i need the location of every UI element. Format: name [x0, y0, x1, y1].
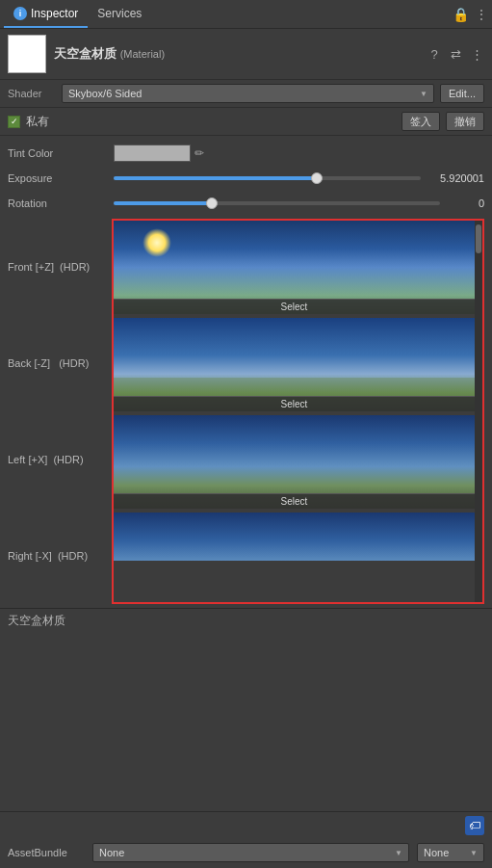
tex-label-right: Right [-X] (HDR) — [8, 508, 112, 604]
help-icon[interactable]: ? — [427, 46, 442, 62]
tex-label-back-text: Back [-Z] (HDR) — [8, 357, 112, 369]
texture-thumb-front: Select — [114, 221, 475, 314]
tag-icon[interactable]: 🏷 — [465, 816, 484, 835]
select-front-button[interactable]: Select — [114, 299, 475, 314]
sky-right-img — [114, 513, 475, 561]
rotation-thumb[interactable] — [206, 197, 218, 209]
select-left-button[interactable]: Select — [114, 493, 475, 509]
assetbundle-main-arrow: ▼ — [395, 849, 402, 857]
assetbundle-main-value: None — [99, 847, 124, 858]
main-properties: Tint Color ✏ Exposure 5.920001 Rotation … — [0, 136, 492, 213]
exposure-slider[interactable] — [114, 176, 421, 180]
tex-label-left-text: Left [+X] (HDR) — [8, 454, 112, 465]
shader-dropdown[interactable]: Skybox/6 Sided ▼ — [62, 84, 434, 103]
rotation-slider[interactable] — [114, 201, 440, 205]
texture-thumb-left: Select — [114, 415, 475, 509]
tab-services[interactable]: Services — [88, 0, 151, 28]
bottom-panel: 🏷 AssetBundle None ▼ None ▼ — [0, 811, 492, 868]
private-checkbox[interactable]: ✓ — [8, 116, 20, 128]
more-options-icon[interactable]: ⋮ — [469, 46, 484, 62]
exposure-label: Exposure — [8, 172, 114, 184]
texture-labels-col: Front [+Z] (HDR) Back [-Z] (HDR) Left [+… — [8, 219, 112, 604]
private-row: ✓ 私有 签入 撤销 — [0, 108, 492, 136]
tint-color-value: ✏ — [114, 145, 484, 162]
tint-color-label: Tint Color — [8, 147, 114, 159]
asset-header-actions: ? ⇄ ⋮ — [427, 46, 484, 62]
asset-type: (Material) — [120, 48, 165, 60]
shader-dropdown-arrow: ▼ — [420, 90, 427, 98]
texture-thumb-right — [114, 513, 475, 561]
rotation-value: 0 — [446, 197, 484, 209]
select-back-button[interactable]: Select — [114, 396, 475, 411]
tex-label-back: Back [-Z] (HDR) — [8, 315, 112, 411]
rotation-slider-wrap: 0 — [114, 197, 484, 209]
pencil-icon[interactable]: ✏ — [194, 146, 204, 160]
tab-services-label: Services — [97, 7, 142, 20]
footer-label: 天空盒材质 — [0, 608, 492, 633]
assetbundle-sub-arrow: ▼ — [470, 849, 478, 857]
tex-label-right-text: Right [-X] (HDR) — [8, 550, 112, 562]
lock-icon[interactable]: 🔒 — [453, 7, 469, 22]
shader-label: Shader — [8, 88, 56, 99]
asset-preview-box — [8, 35, 46, 73]
texture-scrollbar-thumb — [476, 224, 481, 253]
texture-section: Front [+Z] (HDR) Back [-Z] (HDR) Left [+… — [8, 219, 484, 604]
assetbundle-sub-value: None — [424, 847, 449, 858]
exposure-slider-track-wrap: 5.920001 — [114, 172, 484, 184]
undo-button[interactable]: 撤销 — [446, 112, 484, 131]
rotation-row: Rotation 0 — [8, 194, 484, 213]
tab-inspector-label: Inspector — [31, 7, 78, 20]
texture-scrollbar[interactable] — [475, 221, 482, 602]
shader-row: Shader Skybox/6 Sided ▼ Edit... — [0, 80, 492, 108]
bottom-icons-row: 🏷 — [0, 812, 492, 839]
assetbundle-label: AssetBundle — [8, 847, 85, 858]
asset-header: 天空盒材质 (Material) ? ⇄ ⋮ — [0, 29, 492, 80]
tex-label-left: Left [+X] (HDR) — [8, 411, 112, 508]
shader-value: Skybox/6 Sided — [68, 88, 420, 99]
assetbundle-sub-dropdown[interactable]: None ▼ — [417, 843, 484, 862]
asset-title-block: 天空盒材质 (Material) — [54, 45, 419, 63]
tint-color-row: Tint Color ✏ — [8, 144, 484, 163]
tab-bar: i Inspector Services 🔒 ⋮ — [0, 0, 492, 29]
assetbundle-main-dropdown[interactable]: None ▼ — [92, 843, 409, 862]
asset-name: 天空盒材质 (Material) — [54, 45, 419, 63]
texture-thumb-back: Select — [114, 318, 475, 411]
tex-label-front-text: Front [+Z] (HDR) — [8, 261, 112, 273]
rotation-label: Rotation — [8, 197, 114, 209]
private-label: 私有 — [26, 114, 396, 130]
more-icon[interactable]: ⋮ — [475, 7, 488, 22]
tex-label-front: Front [+Z] (HDR) — [8, 219, 112, 315]
checkin-button[interactable]: 签入 — [401, 112, 440, 131]
tab-inspector[interactable]: i Inspector — [4, 0, 88, 28]
tint-color-swatch[interactable] — [114, 145, 191, 162]
tab-actions: 🔒 ⋮ — [453, 7, 488, 22]
exposure-value: 5.920001 — [427, 172, 484, 184]
exposure-row: Exposure 5.920001 — [8, 169, 484, 188]
inspector-icon: i — [13, 7, 27, 20]
shader-edit-button[interactable]: Edit... — [440, 84, 484, 103]
assetbundle-row: AssetBundle None ▼ None ▼ — [0, 839, 492, 868]
arrows-icon[interactable]: ⇄ — [448, 46, 463, 62]
texture-thumbs-box: Select Select Select — [112, 219, 484, 604]
